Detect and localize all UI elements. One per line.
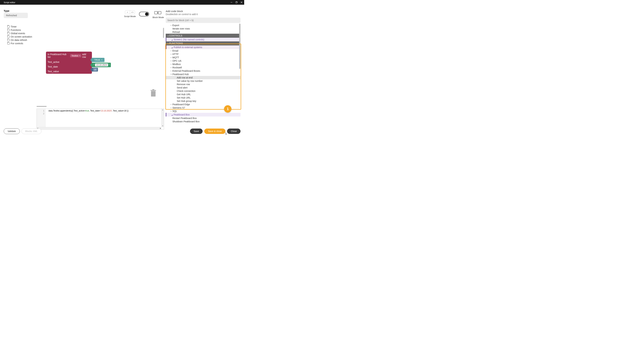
save-button[interactable]: Save	[190, 129, 203, 134]
rp-item-set-hub-url[interactable]: Set Hub URL	[166, 96, 240, 99]
rp-scrollbar-thumb[interactable]	[239, 24, 240, 69]
annotation-badge-1: 1	[224, 105, 232, 113]
rp-item-remove-row[interactable]: Remove row	[166, 83, 240, 86]
block-canvas[interactable]: in Peakboard Hub list Testlist add row T…	[36, 25, 164, 107]
tree-item-on-screen-activation[interactable]: On screen activation	[8, 35, 32, 38]
close-button[interactable]: Close	[227, 129, 240, 134]
rp-item-opcua[interactable]: OPC UA	[166, 59, 240, 62]
tree-label: On screen activation	[11, 35, 32, 38]
block-list-dropdown[interactable]: Testlist	[70, 54, 81, 57]
block-suffix: add row	[82, 53, 90, 58]
rp-title: Add code block	[166, 10, 240, 12]
tree-item-timer[interactable]: Timer	[8, 25, 32, 28]
block-header: in Peakboard Hub list Testlist add row	[46, 52, 92, 60]
rp-item-send-alert[interactable]: Send alert	[166, 86, 240, 89]
rp-item-external-boxes[interactable]: External Peakboard Boxes	[166, 69, 240, 72]
titlebar: Script editor	[0, 0, 244, 5]
tree-label: On data refresh	[11, 39, 27, 41]
code-block[interactable]: in Peakboard Hub list Testlist add row T…	[46, 52, 92, 74]
code-true: true	[85, 110, 89, 112]
rp-item-export[interactable]: Export	[166, 24, 240, 27]
dropdown-icon	[101, 59, 102, 60]
value-number-text[interactable]: 16	[93, 68, 97, 71]
rp-item-rockwell[interactable]: Rockwell	[166, 66, 240, 69]
code-text: , Test_date=	[89, 110, 100, 112]
search-input[interactable]	[166, 17, 240, 23]
block-main[interactable]: in Peakboard Hub list Testlist add row T…	[46, 52, 92, 74]
rp-header-controls[interactable]: CONTROLS	[166, 34, 240, 38]
validate-button[interactable]: Validate	[4, 128, 20, 134]
rp-item-check-connection[interactable]: Check connection	[166, 89, 240, 93]
svg-rect-9	[152, 89, 154, 90]
block-row-label: Test_date	[48, 65, 58, 68]
rp-item-set-hub-group-key[interactable]: Set Hub group key	[166, 99, 240, 103]
tree-label: Functions	[11, 29, 21, 31]
type-chip[interactable]: Refreshed	[4, 13, 28, 18]
code-text: data.Testlist.appendentry({ Test_active=	[48, 110, 85, 112]
svg-rect-5	[154, 11, 158, 14]
rp-item-shutdown-box[interactable]: Shutdown Peakboard Box	[166, 120, 240, 123]
script-mode-label: Script Mode	[124, 15, 136, 17]
rp-publish[interactable]: Publish to external systems	[166, 45, 240, 49]
rp-scrollbar[interactable]	[239, 24, 240, 97]
rp-item-iterate[interactable]: Iterate over rows	[166, 27, 240, 30]
canvas-scrollbar-h[interactable]	[36, 106, 46, 107]
sidebar-tree: Timer Functions Global events On screen …	[8, 25, 32, 45]
maximize-button[interactable]	[235, 1, 238, 4]
svg-rect-6	[158, 11, 161, 14]
value-block-date[interactable]: "13.10.2023"	[92, 63, 111, 67]
window-title: Script editor	[4, 1, 15, 4]
code-scrollbar-v[interactable]: ▲▼	[161, 109, 164, 127]
rp-item-get-hub-url[interactable]: Get Hub URL	[166, 93, 240, 96]
rp-item-set-value[interactable]: Set value by row number	[166, 79, 240, 83]
block-mode-label: Block Mode	[152, 16, 164, 18]
rp-item-reload[interactable]: Reload	[166, 30, 240, 34]
value-block-number[interactable]: 16	[92, 68, 98, 71]
rp-item-email[interactable]: Email	[166, 49, 240, 52]
rp-item-peakboard-hub[interactable]: Peakboard Hub	[166, 72, 240, 76]
tree-item-functions[interactable]: Functions	[8, 28, 32, 31]
mode-toggle[interactable]	[139, 12, 149, 16]
folder-icon	[8, 39, 10, 41]
rp-item-mqtt[interactable]: MQTT	[166, 56, 240, 59]
value-block-true[interactable]: TRUE	[92, 58, 104, 62]
code-body[interactable]: data.Testlist.appendentry({ Test_active=…	[46, 109, 128, 112]
block-row-label: Test_active	[48, 61, 59, 63]
mode-controls: ≡</> Script Mode Block Mode	[124, 10, 164, 18]
svg-rect-2	[236, 2, 237, 3]
code-pane: 12 data.Testlist.appendentry({ Test_acti…	[36, 109, 164, 130]
rp-item-http[interactable]: HTTP	[166, 52, 240, 56]
close-button[interactable]	[240, 1, 243, 4]
code-text: , Test_value=16 })	[112, 110, 129, 112]
rp-item-add-row[interactable]: Add row at end	[166, 76, 240, 79]
tree-item-on-data-refresh[interactable]: On data refresh	[8, 38, 32, 41]
value-true-text: TRUE	[94, 59, 100, 61]
tree-item-for-controls[interactable]: For controls	[8, 42, 32, 45]
block-mode[interactable]: Block Mode	[152, 10, 164, 18]
trash-icon[interactable]	[150, 88, 156, 97]
rp-peakboard-box[interactable]: Peakboard Box	[166, 113, 240, 116]
rp-header-functions[interactable]: FUNCTIONS	[166, 41, 240, 45]
svg-rect-8	[150, 90, 156, 91]
type-label: Type	[4, 9, 10, 12]
block-row-date: Test_date	[46, 64, 92, 69]
canvas-scrollbar-v[interactable]	[163, 28, 164, 38]
rp-screen1[interactable]: Screen1 (No named controls)	[166, 38, 240, 41]
value-date-text[interactable]: 13.10.2023	[95, 63, 108, 66]
rp-subtitle: Doubleclick on control to add it	[166, 13, 240, 15]
footer: Validate Blocks XML Save Save & close Cl…	[4, 128, 240, 134]
minimize-button[interactable]	[230, 1, 233, 4]
save-close-button[interactable]: Save & close	[204, 129, 226, 134]
block-mode-icon	[154, 10, 162, 15]
tree-item-global-events[interactable]: Global events	[8, 32, 32, 35]
cursor-icon	[225, 132, 228, 135]
rp-item-restart-box[interactable]: Restart Peakboard Box	[166, 116, 240, 120]
block-row-active: Test_active	[46, 60, 92, 64]
rp-item-modbus[interactable]: Modbus	[166, 62, 240, 66]
window-controls	[230, 1, 243, 4]
script-mode[interactable]: ≡</> Script Mode	[124, 10, 136, 17]
toggle-knob	[145, 12, 148, 16]
block-row-value: Test_value	[46, 69, 92, 74]
tree-label: Global events	[11, 32, 25, 35]
folder-icon	[8, 36, 10, 38]
